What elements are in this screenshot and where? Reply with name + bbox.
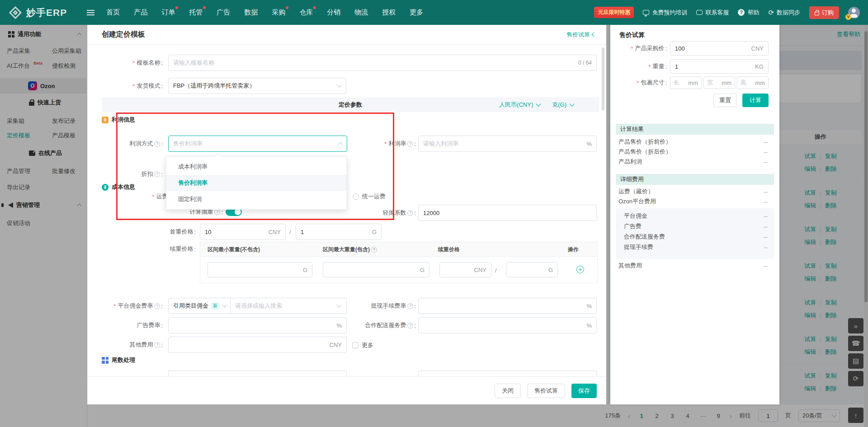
save-button[interactable]: 保存 xyxy=(571,384,597,398)
modal-title: 创建定价模板 xyxy=(102,30,145,39)
data-sync-link[interactable]: ⟳数据同步 xyxy=(768,9,800,17)
sub-row: 平台佣金-- xyxy=(624,212,768,220)
nav-data[interactable]: 数据 xyxy=(244,8,258,17)
currency-select[interactable]: 人民币(CNY) xyxy=(499,101,540,109)
chevron-down-icon xyxy=(222,302,227,307)
red-dot-badge xyxy=(203,6,206,9)
discount-label: 折扣 xyxy=(87,166,163,182)
brand-name: 妙手ERP xyxy=(26,6,67,19)
promo-badge[interactable]: 元旦限时特惠 xyxy=(594,7,634,18)
help-link[interactable]: 帮助 xyxy=(738,9,759,17)
customer-service-link[interactable]: 联系客服 xyxy=(696,9,729,17)
dropdown-option-cost-rate[interactable]: 成本利润率 xyxy=(166,159,346,175)
next-price-input[interactable]: CNY xyxy=(439,262,491,277)
ship-mode-label: 发货模式 xyxy=(87,78,163,94)
light-factor-input[interactable]: 12000 xyxy=(418,205,597,221)
purchase-price-label: 产品采购价 xyxy=(610,41,667,56)
delivery-fee-input[interactable]: % xyxy=(418,317,597,333)
add-row-icon[interactable] xyxy=(576,266,584,273)
reset-button[interactable]: 重置 xyxy=(713,94,737,107)
first-weight-label: 首重价格 xyxy=(120,224,196,240)
help-icon xyxy=(738,9,745,16)
section-profit: ¥ 利润信息 xyxy=(102,116,135,124)
nav-authorize[interactable]: 授权 xyxy=(382,8,396,17)
detail-row: Ozon平台费用-- xyxy=(618,197,768,206)
chevron-down-icon xyxy=(569,101,574,106)
slash-separator: / xyxy=(289,224,291,240)
trial-panel-toggle-link[interactable]: 售价试算 xyxy=(566,31,595,39)
nav-distribution[interactable]: 分销 xyxy=(327,8,340,17)
nav-more[interactable]: 更多 xyxy=(410,8,423,17)
clipped-input[interactable] xyxy=(168,371,347,376)
unified-freight-radio[interactable]: 统一运费 xyxy=(353,192,386,201)
next-weight-input[interactable]: G xyxy=(506,262,558,277)
col-min-weight: 区间最小重量(不包含) xyxy=(208,242,260,257)
width-input[interactable]: 宽mm xyxy=(703,76,735,89)
next-weight-table: 区间最小重量(不包含) 区间最大重量(包含) 续重价格 操作 G G CNY /… xyxy=(200,242,598,283)
subscribe-button[interactable]: 订购 xyxy=(809,6,839,19)
other-fee-input[interactable]: CNY xyxy=(168,337,347,353)
profit-rate-input[interactable]: 请输入利润率 % xyxy=(418,136,597,152)
nav-home[interactable]: 首页 xyxy=(106,8,120,17)
sync-icon: ⟳ xyxy=(768,9,774,16)
length-input[interactable]: 长mm xyxy=(670,76,702,89)
more-checkbox[interactable]: 更多 xyxy=(352,341,373,349)
nav-purchase[interactable]: 采购 xyxy=(272,8,285,17)
nav-hosting[interactable]: 托管 xyxy=(189,8,203,17)
section-tail: 尾数处理 xyxy=(102,356,135,364)
result-row: 产品售价（折前价）-- xyxy=(618,138,768,146)
min-weight-input[interactable]: G xyxy=(208,262,312,277)
sub-row: 提现手续费-- xyxy=(624,243,768,251)
height-input[interactable]: 高mm xyxy=(737,76,769,89)
dropdown-option-fixed[interactable]: 固定利润 xyxy=(166,191,346,207)
nav-warehouse[interactable]: 仓库 xyxy=(299,8,313,17)
monitor-icon xyxy=(643,10,649,15)
weight-unit-select[interactable]: 克(G) xyxy=(552,101,574,109)
modal-footer: 关闭 售价试算 保存 xyxy=(87,376,606,404)
close-button[interactable]: 关闭 xyxy=(495,384,521,398)
chevron-down-icon xyxy=(536,101,541,106)
profit-method-select[interactable]: 售价利润率 xyxy=(168,136,347,152)
clipped-input[interactable] xyxy=(418,371,597,376)
detail-section-header: 详细费用 xyxy=(616,174,774,185)
col-actions: 操作 xyxy=(568,242,579,257)
nav-ads[interactable]: 广告 xyxy=(217,8,230,17)
first-weight-input[interactable]: 1G xyxy=(296,224,382,240)
template-name-input[interactable]: 请输入模板名称 0 / 64 xyxy=(168,55,597,71)
question-icon xyxy=(407,210,413,216)
first-price-input[interactable]: 10CNY xyxy=(200,224,286,240)
menu-hamburger-icon[interactable] xyxy=(87,10,94,15)
cost-section-icon: ¥ xyxy=(102,184,108,191)
topbar-right: 元旦限时特惠 免费预约培训 联系客服 帮助 ⟳数据同步 订购 V xyxy=(594,6,860,19)
nav-logistics[interactable]: 物流 xyxy=(354,8,368,17)
question-icon xyxy=(154,171,160,177)
question-icon xyxy=(154,141,160,147)
commission-select[interactable]: 引用类目佣金 新 请选择或输入搜索 xyxy=(168,298,347,314)
nav-order[interactable]: 订单 xyxy=(161,8,175,17)
nav-product[interactable]: 产品 xyxy=(134,8,147,17)
purchase-price-input[interactable]: 100CNY xyxy=(670,41,769,56)
sub-row: 广告费-- xyxy=(624,222,768,230)
detail-row: 运费（藏价）-- xyxy=(618,188,768,196)
calculate-button[interactable]: 计算 xyxy=(742,94,769,107)
question-icon xyxy=(154,342,160,348)
avatar[interactable]: V xyxy=(848,7,860,19)
withdraw-fee-input[interactable]: % xyxy=(418,298,597,314)
ship-mode-select[interactable]: FBP（适用于跨境半托管卖家） xyxy=(168,78,346,94)
sub-row: 合作配送服务费-- xyxy=(624,233,768,241)
ad-rate-input[interactable]: % xyxy=(168,317,347,333)
create-pricing-template-modal: 创建定价模板 售价试算 模板名称 请输入模板名称 0 / 64 发货模式 FBP… xyxy=(87,25,606,404)
ad-rate-label: 广告费率 xyxy=(87,317,163,333)
main-nav: 首页 产品 订单 托管 广告 数据 采购 仓库 分销 物流 授权 更多 xyxy=(106,8,423,17)
next-weight-label: 续重价格 xyxy=(120,242,196,256)
weight-input[interactable]: 1KG xyxy=(670,59,769,74)
col-max-weight: 区间最大重量(包含) xyxy=(323,242,377,257)
dropdown-option-sale-rate[interactable]: 售价利润率 xyxy=(166,175,346,191)
max-weight-input[interactable]: G xyxy=(323,262,429,277)
trial-button[interactable]: 售价试算 xyxy=(527,384,565,398)
slash-separator: / xyxy=(495,262,497,278)
result-row: 产品售价（折后价）-- xyxy=(618,148,768,156)
modal-scrollbar-thumb[interactable] xyxy=(602,47,604,111)
light-factor-label: 轻抛系数 xyxy=(340,205,416,221)
training-link[interactable]: 免费预约培训 xyxy=(643,9,687,17)
